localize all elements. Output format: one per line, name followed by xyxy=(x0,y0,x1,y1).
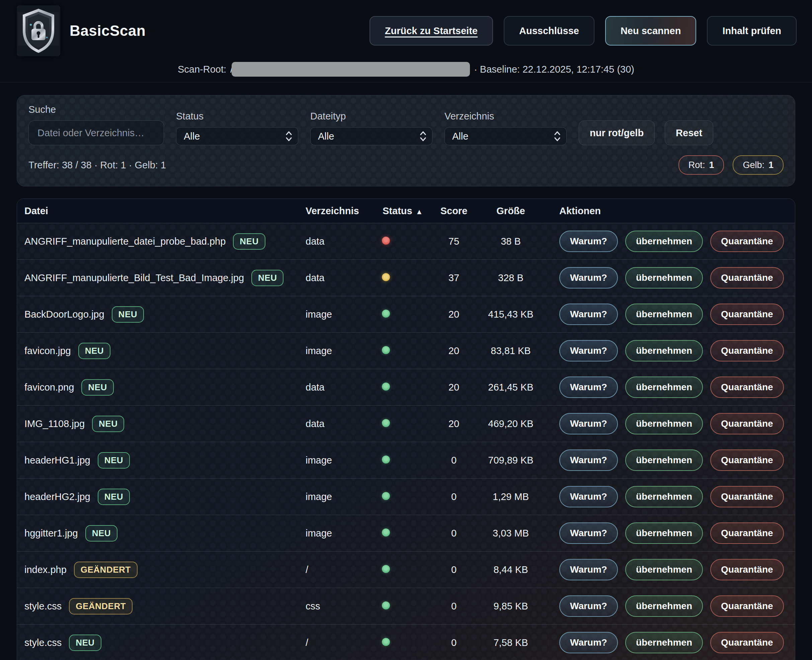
why-button[interactable]: Warum? xyxy=(559,413,618,435)
score-cell: 75 xyxy=(432,236,476,247)
column-header-status[interactable]: Status▲ xyxy=(375,206,432,217)
red-count-value: 1 xyxy=(709,160,714,170)
status-cell xyxy=(375,309,432,320)
filetype-filter-label: Dateityp xyxy=(310,111,433,122)
file-name: style.css xyxy=(24,637,62,648)
column-header-verzeichnis[interactable]: Verzeichnis xyxy=(298,206,375,217)
quarantine-button[interactable]: Quarantäne xyxy=(710,267,784,289)
table-row: ANGRIFF_manupulierte_datei_probe_bad.php… xyxy=(17,223,795,259)
status-dot-yellow-icon xyxy=(382,273,390,281)
scan-root-redacted-value xyxy=(232,62,470,77)
accept-button[interactable]: übernehmen xyxy=(625,340,703,362)
why-button[interactable]: Warum? xyxy=(559,231,618,252)
why-button[interactable]: Warum? xyxy=(559,595,618,617)
status-dot-green-icon xyxy=(382,638,390,646)
column-header-groesse[interactable]: Größe xyxy=(476,206,546,217)
actions-cell: Warum?übernehmenQuarantäne xyxy=(546,449,795,471)
status-filter-value: Alle xyxy=(184,131,200,142)
accept-button[interactable]: übernehmen xyxy=(625,522,703,544)
count-badges: Rot: 1 Gelb: 1 xyxy=(679,155,783,175)
status-dot-green-icon xyxy=(382,309,390,317)
accept-button[interactable]: übernehmen xyxy=(625,449,703,471)
quarantine-button[interactable]: Quarantäne xyxy=(710,376,784,398)
accept-button[interactable]: übernehmen xyxy=(625,559,703,580)
quarantine-button[interactable]: Quarantäne xyxy=(710,632,784,653)
column-header-score[interactable]: Score xyxy=(432,206,476,217)
file-state-badge: NEU xyxy=(81,379,113,396)
app-logo-shield-lock-icon xyxy=(17,5,60,56)
why-button[interactable]: Warum? xyxy=(559,486,618,508)
size-cell: 7,58 KB xyxy=(476,637,546,648)
status-dot-green-icon xyxy=(382,455,390,463)
column-header-datei[interactable]: Datei xyxy=(17,206,298,217)
exclusions-button[interactable]: Ausschlüsse xyxy=(504,16,595,46)
search-input[interactable] xyxy=(29,121,164,145)
rescan-button[interactable]: Neu scannen xyxy=(605,16,696,46)
directory-filter-select[interactable]: Alle xyxy=(444,127,567,145)
accept-button[interactable]: übernehmen xyxy=(625,595,703,617)
back-to-home-button[interactable]: Zurück zu Startseite xyxy=(370,16,493,46)
only-red-yellow-button[interactable]: nur rot/gelb xyxy=(579,121,655,145)
why-button[interactable]: Warum? xyxy=(559,559,618,580)
quarantine-button[interactable]: Quarantäne xyxy=(710,340,784,362)
status-dot-green-icon xyxy=(382,565,390,573)
file-state-badge: NEU xyxy=(251,270,284,286)
filetype-filter-select[interactable]: Alle xyxy=(310,127,433,145)
status-cell xyxy=(375,564,432,575)
why-button[interactable]: Warum? xyxy=(559,632,618,653)
why-button[interactable]: Warum? xyxy=(559,522,618,544)
status-cell xyxy=(375,382,432,393)
file-state-badge: NEU xyxy=(98,489,130,505)
quarantine-button[interactable]: Quarantäne xyxy=(710,522,784,544)
quarantine-button[interactable]: Quarantäne xyxy=(710,413,784,435)
status-cell xyxy=(375,601,432,612)
file-name: BackDoorLogo.jpg xyxy=(24,309,105,320)
accept-button[interactable]: übernehmen xyxy=(625,413,703,435)
actions-cell: Warum?übernehmenQuarantäne xyxy=(546,595,795,617)
score-cell: 20 xyxy=(432,345,476,357)
actions-cell: Warum?übernehmenQuarantäne xyxy=(546,486,795,508)
why-button[interactable]: Warum? xyxy=(559,267,618,289)
quarantine-button[interactable]: Quarantäne xyxy=(710,486,784,508)
reset-button[interactable]: Reset xyxy=(665,121,713,145)
check-content-button[interactable]: Inhalt prüfen xyxy=(707,16,796,46)
actions-cell: Warum?übernehmenQuarantäne xyxy=(546,267,795,289)
accept-button[interactable]: übernehmen xyxy=(625,267,703,289)
quarantine-button[interactable]: Quarantäne xyxy=(710,559,784,580)
filter-panel: Suche Status Alle Dateityp Alle xyxy=(17,95,795,186)
scan-root-label: Scan-Root: xyxy=(178,64,226,75)
status-cell xyxy=(375,637,432,648)
file-name: IMG_1108.jpg xyxy=(24,418,85,429)
table-row: favicon.pngNEUdata20261,45 KBWarum?übern… xyxy=(17,369,795,405)
status-dot-green-icon xyxy=(382,492,390,500)
score-cell: 0 xyxy=(432,564,476,575)
file-name: index.php xyxy=(24,564,67,575)
accept-button[interactable]: übernehmen xyxy=(625,231,703,252)
quarantine-button[interactable]: Quarantäne xyxy=(710,449,784,471)
quarantine-button[interactable]: Quarantäne xyxy=(710,303,784,325)
score-cell: 37 xyxy=(432,273,476,284)
directory-cell: css xyxy=(298,601,375,612)
file-name: headerHG1.jpg xyxy=(24,455,90,466)
why-button[interactable]: Warum? xyxy=(559,303,618,325)
file-name: hggitter1.jpg xyxy=(24,528,78,539)
actions-cell: Warum?übernehmenQuarantäne xyxy=(546,632,795,653)
why-button[interactable]: Warum? xyxy=(559,340,618,362)
size-cell: 415,43 KB xyxy=(476,309,546,320)
file-name: ANGRIFF_manupulierte_datei_probe_bad.php xyxy=(24,236,225,247)
size-cell: 3,03 MB xyxy=(476,528,546,539)
accept-button[interactable]: übernehmen xyxy=(625,486,703,508)
quarantine-button[interactable]: Quarantäne xyxy=(710,595,784,617)
quarantine-button[interactable]: Quarantäne xyxy=(710,231,784,252)
accept-button[interactable]: übernehmen xyxy=(625,632,703,653)
directory-cell: image xyxy=(298,345,375,357)
search-group: Suche xyxy=(29,104,164,145)
status-filter-select[interactable]: Alle xyxy=(176,127,298,145)
status-filter-group: Status Alle xyxy=(176,111,298,145)
accept-button[interactable]: übernehmen xyxy=(625,303,703,325)
why-button[interactable]: Warum? xyxy=(559,376,618,398)
accept-button[interactable]: übernehmen xyxy=(625,376,703,398)
size-cell: 709,89 KB xyxy=(476,455,546,466)
actions-cell: Warum?übernehmenQuarantäne xyxy=(546,231,795,252)
why-button[interactable]: Warum? xyxy=(559,449,618,471)
